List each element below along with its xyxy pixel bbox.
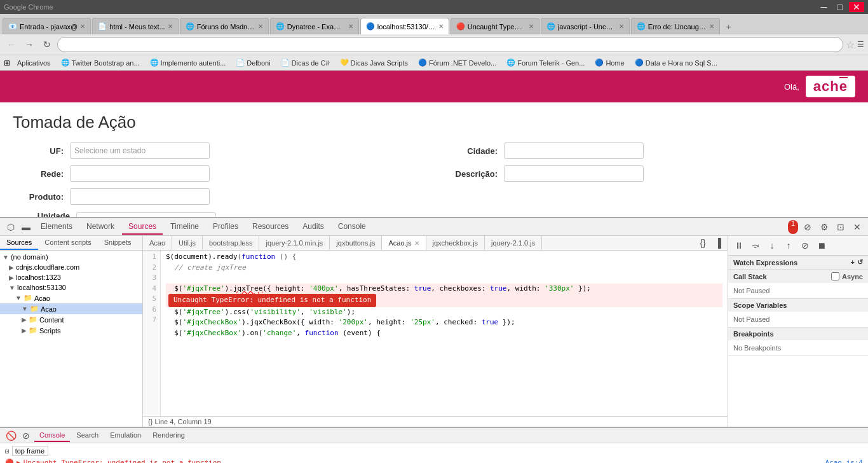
console-error-expand-icon[interactable]: ▶ — [17, 459, 21, 463]
console-tab-console[interactable]: Console — [34, 429, 70, 442]
pause-button[interactable]: ⏸ — [732, 238, 746, 252]
close-devtools-button[interactable]: ✕ — [850, 220, 864, 234]
sources-sub-tab-sources[interactable]: Sources — [0, 236, 38, 250]
tab-close-icon[interactable]: ✕ — [168, 23, 173, 30]
step-into-button[interactable]: ↓ — [765, 238, 779, 252]
tree-item-no-domain[interactable]: ▼ (no domain) — [0, 252, 142, 262]
inspect-element-button[interactable]: ⬡ — [4, 220, 18, 234]
bookmark-star-icon[interactable]: ☆ — [846, 39, 855, 51]
devtools-tab-sources[interactable]: Sources — [122, 219, 163, 235]
sources-sub-tab-snippets[interactable]: Snippets — [98, 236, 138, 250]
tab-close-icon[interactable]: ✕ — [348, 23, 353, 30]
tree-item-localhost1323[interactable]: ▶ localhost:1323 — [0, 272, 142, 282]
minimize-button[interactable]: ─ — [817, 2, 831, 12]
editor-tab-jquery-min[interactable]: jquery-2.1.0.min.js — [259, 236, 330, 250]
tab-close-icon[interactable]: ✕ — [438, 23, 444, 30]
apps-icon[interactable]: ⊞ — [4, 59, 10, 67]
editor-tab-jqxcheckbox[interactable]: jqxcheckbox.js — [426, 236, 485, 250]
bookmark-twitter[interactable]: 🌐Twitter Bootstrap an... — [58, 57, 143, 68]
tree-item-cloudflare[interactable]: ▶ cdnjs.cloudflare.com — [0, 262, 142, 272]
devtools-tab-audits[interactable]: Audits — [296, 219, 330, 235]
select-rede[interactable] — [70, 165, 210, 182]
settings-button[interactable]: ⚙ — [817, 220, 831, 234]
tree-item-content[interactable]: ▶ 📁 Content — [0, 314, 142, 325]
call-stack-header[interactable]: Call Stack Async — [728, 270, 868, 283]
close-tab-icon[interactable]: ✕ — [414, 240, 419, 247]
bookmark-dicas-cs[interactable]: 📄Dicas de C# — [278, 57, 333, 68]
editor-tab-jquery[interactable]: jquery-2.1.0.js — [485, 236, 542, 250]
devtools-tab-resources[interactable]: Resources — [246, 219, 295, 235]
bookmark-delboni[interactable]: 📄Delboni — [233, 57, 273, 68]
browser-tab-erro[interactable]: 🌐 Erro de: Uncaught... ✕ — [631, 18, 720, 34]
reload-button[interactable]: ↻ — [39, 37, 55, 52]
select-cidade[interactable] — [504, 142, 644, 159]
step-out-button[interactable]: ↑ — [782, 238, 796, 252]
filter-console-button[interactable]: ⊘ — [19, 429, 33, 443]
chrome-menu-icon[interactable]: ☰ — [857, 40, 864, 49]
tab-close-icon[interactable]: ✕ — [709, 23, 714, 30]
new-tab-button[interactable]: + — [721, 20, 736, 34]
select-uf[interactable]: Selecione um estado — [70, 142, 210, 159]
back-button[interactable]: ← — [4, 37, 19, 52]
code-editor[interactable]: 1 2 3 4 5 6 7 $(document).ready(function… — [143, 251, 728, 416]
devtools-tab-network[interactable]: Network — [80, 219, 121, 235]
devtools-tab-elements[interactable]: Elements — [34, 219, 79, 235]
refresh-watch-icon[interactable]: ↺ — [857, 258, 863, 266]
tree-item-acao-file[interactable]: ▼ 📁 Acao — [0, 303, 142, 314]
maximize-button[interactable]: □ — [834, 2, 846, 12]
error-filter-button[interactable]: ⊘ — [801, 220, 815, 234]
editor-tab-utiljs[interactable]: Util.js — [172, 236, 203, 250]
bookmark-data[interactable]: 🔵Data e Hora no Sql S... — [632, 57, 721, 68]
browser-tab-localhost[interactable]: 🔵 localhost:53130/A... ✕ — [360, 18, 449, 34]
tree-item-acao-folder[interactable]: ▼ 📁 Acao — [0, 293, 142, 303]
bookmark-dicas-js[interactable]: 💛Dicas Java Scripts — [337, 57, 411, 68]
select-produto[interactable] — [70, 188, 210, 205]
browser-tab-msdn[interactable]: 🌐 Fóruns do Msdn -... ✕ — [180, 18, 269, 34]
select-descricao[interactable] — [504, 165, 644, 182]
forward-button[interactable]: → — [22, 37, 37, 52]
format-button[interactable]: {} — [696, 236, 710, 250]
frame-selector[interactable]: top frame — [12, 446, 48, 456]
console-drawer-button[interactable]: ▬ — [19, 220, 33, 234]
pause-on-exceptions-button[interactable]: ⏹ — [815, 238, 829, 252]
bookmark-telerik[interactable]: 🌐Forum Telerik - Gen... — [503, 57, 588, 68]
address-bar[interactable]: localhost:53130/Acao/Acao — [57, 37, 843, 52]
browser-tab-email[interactable]: 📧 Entrada - pjavax@ ✕ — [3, 18, 91, 34]
tab-close-icon[interactable]: ✕ — [80, 23, 85, 30]
async-checkbox[interactable] — [831, 272, 839, 280]
editor-tab-acao-js[interactable]: Acao.js ✕ — [382, 236, 426, 250]
watch-expressions-header[interactable]: Watch Expressions + ↺ — [728, 256, 868, 269]
close-button[interactable]: ✕ — [849, 2, 864, 12]
devtools-tab-timeline[interactable]: Timeline — [164, 219, 205, 235]
browser-tab-uncaught1[interactable]: 🔴 Uncaught TypeErr... ✕ — [451, 18, 539, 34]
editor-tab-bootstrap[interactable]: bootstrap.less — [203, 236, 259, 250]
sources-sub-tab-content-scripts[interactable]: Content scripts — [38, 236, 97, 250]
browser-tab-html[interactable]: 📄 html - Meus text... ✕ — [92, 18, 178, 34]
browser-tab-dynatree[interactable]: 🌐 Dynatree - Examp... ✕ — [270, 18, 359, 34]
editor-tab-acao[interactable]: Acao — [143, 236, 172, 250]
editor-tab-jqxbuttons[interactable]: jqxbuttons.js — [330, 236, 382, 250]
tab-close-icon[interactable]: ✕ — [529, 23, 534, 30]
browser-tab-js[interactable]: 🌐 javascript - Uncau... ✕ — [541, 18, 630, 34]
tree-item-scripts[interactable]: ▶ 📁 Scripts — [0, 325, 142, 336]
select-unidade[interactable] — [76, 212, 216, 217]
console-error-source[interactable]: Acao.js:4 — [825, 459, 863, 463]
dock-button[interactable]: ⊡ — [834, 220, 848, 234]
devtools-tab-console[interactable]: Console — [332, 219, 372, 235]
bookmark-implemento[interactable]: 🌐Implemento autenti... — [147, 57, 229, 68]
tree-item-localhost53130[interactable]: ▼ localhost:53130 — [0, 282, 142, 293]
tab-close-icon[interactable]: ✕ — [619, 23, 624, 30]
scope-variables-header[interactable]: Scope Variables — [728, 299, 868, 312]
console-tab-search[interactable]: Search — [71, 429, 104, 442]
toggle-console-button[interactable]: ▐ — [711, 236, 725, 250]
bookmark-forumdotnet[interactable]: 🔵Fórum .NET Develo... — [415, 57, 499, 68]
console-tab-emulation[interactable]: Emulation — [105, 429, 146, 442]
clear-console-button[interactable]: 🚫 — [4, 429, 18, 443]
bookmark-aplicativos[interactable]: Aplicativos — [14, 58, 54, 68]
bookmark-home[interactable]: 🔵Home — [592, 57, 627, 68]
deactivate-button[interactable]: ⊘ — [798, 238, 812, 252]
step-over-button[interactable]: ⤼ — [749, 238, 763, 252]
console-tab-rendering[interactable]: Rendering — [147, 429, 190, 442]
tab-close-icon[interactable]: ✕ — [258, 23, 263, 30]
breakpoints-header[interactable]: Breakpoints — [728, 328, 868, 340]
